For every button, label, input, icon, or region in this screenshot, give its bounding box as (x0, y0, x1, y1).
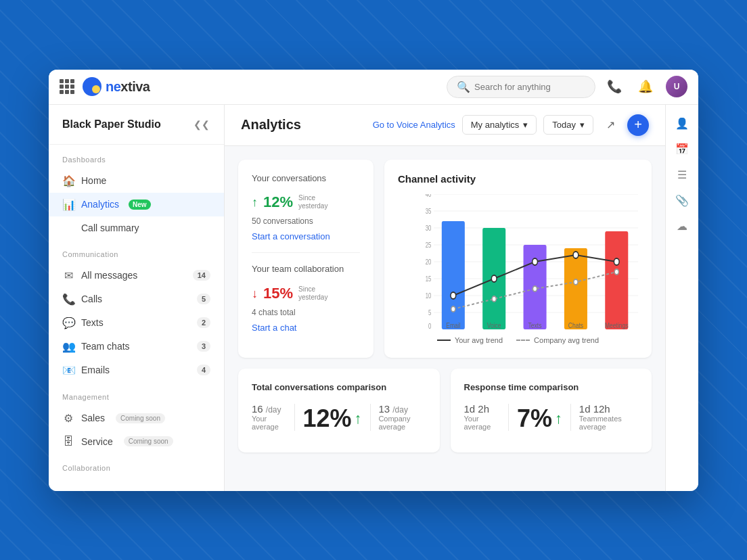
trend-dot (614, 258, 619, 265)
svg-text:20: 20 (426, 258, 432, 266)
bar-meetings (605, 231, 628, 329)
team-count: 4 chats total (252, 308, 360, 317)
svg-text:Texts: Texts (528, 321, 542, 329)
response-pct-arrow: ↑ (555, 410, 562, 427)
cloud-icon[interactable]: ☁ (671, 216, 693, 237)
total-your-avg-label: Your average (252, 415, 286, 431)
svg-text:10: 10 (426, 292, 432, 300)
grid-menu-icon[interactable] (60, 79, 74, 94)
content-header: Analytics Go to Voice Analytics My analy… (225, 105, 665, 146)
sidebar-item-label: Analytics (81, 199, 119, 210)
company-trend-dot (492, 296, 496, 302)
service-icon: 🗄 (62, 436, 74, 448)
company-trend-dot (614, 269, 618, 275)
all-messages-count: 14 (193, 270, 210, 281)
collapse-button[interactable]: ❮❮ (193, 116, 210, 133)
top-row: Your conversations ↑ 12% Since Since yes… (238, 160, 652, 358)
team-pct: 15% (263, 285, 293, 302)
per-day-unit: /day (392, 405, 408, 415)
bar-chats (564, 248, 587, 329)
today-dropdown[interactable]: Today ▾ (543, 115, 593, 135)
person-icon[interactable]: 👤 (671, 113, 693, 135)
sidebar-item-calls[interactable]: 📞 Calls 5 (49, 287, 224, 311)
svg-text:Voice: Voice (487, 321, 501, 329)
search-bar[interactable]: 🔍 (447, 76, 595, 98)
emails-icon: 📧 (62, 364, 74, 377)
conversations-metric-row: ↑ 12% Since Since yesterday yesterday (252, 193, 360, 211)
sidebar-item-service[interactable]: 🗄 Service Coming soon (49, 430, 224, 453)
bottom-row: Total conversations comparison 16 /day Y… (238, 369, 652, 452)
sidebar: Black Paper Studio ❮❮ Dashboards 🏠 Home … (49, 105, 225, 491)
sidebar-item-emails[interactable]: 📧 Emails 4 (49, 358, 224, 382)
section-label-collaboration: Collaboration (49, 453, 224, 477)
new-badge: New (129, 200, 151, 210)
svg-text:Email: Email (446, 321, 460, 329)
team-chats-icon: 👥 (62, 340, 74, 353)
logo-icon (83, 77, 101, 96)
total-company-avg-label: Company average (378, 415, 426, 431)
start-conversation-link[interactable]: Start a conversation (252, 231, 360, 241)
sidebar-item-sales[interactable]: ⚙ Sales Coming soon (49, 406, 224, 430)
share-button[interactable]: ↗ (600, 115, 620, 135)
sidebar-item-home[interactable]: 🏠 Home (49, 169, 224, 193)
svg-text:0: 0 (428, 323, 431, 329)
sidebar-item-team-chats[interactable]: 👥 Team chats 3 (49, 335, 224, 358)
per-day-unit: /day (266, 405, 281, 415)
trend-dot (533, 258, 538, 265)
messages-icon: ✉ (62, 269, 74, 282)
sidebar-item-all-messages[interactable]: ✉ All messages 14 (49, 264, 224, 287)
sidebar-item-label: Calls (81, 294, 102, 304)
go-to-voice-link[interactable]: Go to Voice Analytics (373, 120, 455, 130)
add-button[interactable]: + (627, 114, 649, 136)
paperclip-icon[interactable]: 📎 (671, 190, 693, 212)
svg-text:30: 30 (426, 225, 432, 232)
total-pct: 12% (303, 406, 352, 431)
section-label-communication: Communication (49, 239, 224, 264)
sidebar-item-texts[interactable]: 💬 Texts 2 (49, 311, 224, 335)
sidebar-item-label: All messages (81, 270, 137, 281)
header-actions: Go to Voice Analytics My analytics ▾ Tod… (373, 114, 649, 136)
texts-count: 2 (197, 317, 210, 328)
search-input[interactable] (474, 82, 585, 92)
response-time-title: Response time comparison (464, 382, 639, 392)
sidebar-item-label: Home (81, 175, 106, 186)
service-coming-soon: Coming soon (124, 436, 173, 446)
texts-icon: 💬 (62, 317, 74, 329)
section-label-management: Management (49, 382, 224, 406)
calls-icon: 📞 (62, 293, 74, 306)
total-company-avg-val: 13 /day (378, 403, 426, 415)
svg-text:15: 15 (426, 275, 432, 283)
bell-icon[interactable]: 🔔 (635, 76, 656, 97)
arrow-up-icon: ↑ (252, 195, 258, 210)
chart-title: Channel activity (398, 173, 638, 185)
main-layout: Black Paper Studio ❮❮ Dashboards 🏠 Home … (49, 105, 698, 491)
svg-text:40: 40 (426, 194, 432, 198)
response-your-avg-label: Your average (464, 415, 501, 431)
avatar[interactable]: U (666, 76, 687, 97)
sidebar-item-label: Call summary (81, 223, 139, 233)
svg-text:Chats: Chats (568, 321, 583, 329)
my-analytics-dropdown[interactable]: My analytics ▾ (462, 115, 537, 135)
right-icons-panel: 👤 📅 ☰ 📎 ☁ (665, 105, 698, 491)
divider (294, 404, 295, 431)
content-area: Analytics Go to Voice Analytics My analy… (225, 105, 665, 491)
conversations-title: Your conversations (252, 173, 360, 185)
phone-icon[interactable]: 📞 (604, 76, 625, 97)
section-label-dashboards: Dashboards (49, 145, 224, 169)
team-chats-count: 3 (197, 341, 210, 352)
conversations-card: Your conversations ↑ 12% Since Since yes… (238, 160, 374, 358)
start-chat-link[interactable]: Start a chat (252, 323, 360, 333)
nav-icons: 📞 🔔 U (604, 76, 687, 97)
sidebar-item-analytics[interactable]: 📊 Analytics New (49, 193, 224, 216)
sidebar-header: Black Paper Studio ❮❮ (49, 105, 224, 145)
calendar-icon[interactable]: 📅 (671, 139, 693, 160)
svg-text:25: 25 (426, 241, 432, 249)
sidebar-item-label: Sales (81, 413, 105, 423)
your-trend-line-swatch (437, 340, 451, 341)
response-your-avg-val: 1d 2h (464, 403, 501, 415)
sidebar-item-call-summary[interactable]: · Call summary (49, 216, 224, 239)
list-icon[interactable]: ☰ (671, 164, 693, 186)
chevron-down-icon: ▾ (580, 120, 585, 130)
analytics-icon: 📊 (62, 198, 74, 211)
chart-area: 40 35 30 25 20 15 10 5 0 (398, 194, 638, 329)
